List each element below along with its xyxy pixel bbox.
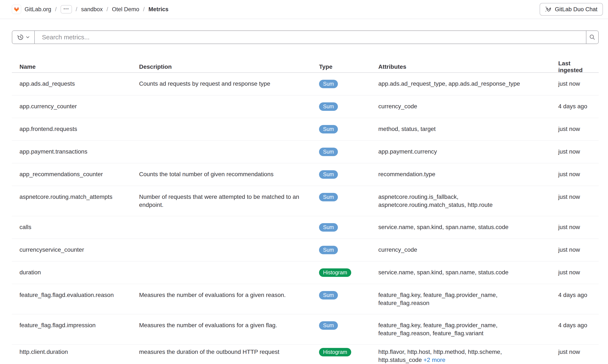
metric-row[interactable]: feature_flag.flagd.evaluation.reasonMeas…: [12, 284, 599, 314]
column-header-attributes: Attributes: [371, 64, 551, 70]
column-header-name: Name: [12, 64, 132, 70]
metrics-search-bar: [12, 30, 599, 44]
search-submit-button[interactable]: [586, 31, 598, 44]
metric-row[interactable]: http.client.durationmeasures the duratio…: [12, 345, 599, 364]
metric-type-badge: Sum: [319, 321, 338, 330]
breadcrumb-group-label: GitLab.org: [25, 6, 51, 13]
metric-description: measures the duration of the outbound HT…: [132, 345, 311, 363]
gitlab-duo-chat-button[interactable]: GitLab Duo Chat: [540, 3, 603, 16]
metric-last-ingested: 4 days ago: [551, 95, 599, 117]
metric-type-badge: Sum: [319, 125, 338, 133]
metric-name: feature_flag.flagd.impression: [12, 314, 132, 336]
metric-type-cell: Histogram: [311, 261, 371, 284]
metric-last-ingested: just now: [551, 118, 599, 140]
metric-description: [132, 261, 311, 275]
metric-last-ingested: just now: [551, 163, 599, 185]
metric-description: [132, 95, 311, 109]
metric-attributes: feature_flag.key, feature_flag.provider_…: [378, 322, 498, 337]
metric-type-badge: Histogram: [319, 268, 351, 277]
metric-description: Counts the total number of given recomme…: [132, 163, 311, 185]
metric-description: [132, 141, 311, 155]
breadcrumb-item-otel-demo[interactable]: Otel Demo: [112, 6, 139, 13]
column-header-description: Description: [132, 64, 311, 70]
metric-last-ingested: just now: [551, 73, 599, 95]
metric-row[interactable]: app.currency_counterSumcurrency_code4 da…: [12, 95, 599, 118]
metrics-table-body: app.ads.ad_requestsCounts ad requests by…: [12, 73, 599, 364]
metric-attributes: currency_code: [378, 247, 417, 253]
metric-type-cell: Histogram: [311, 345, 371, 363]
metric-type-badge: Sum: [319, 170, 338, 179]
metric-attributes: service.name, span.kind, span.name, stat…: [378, 224, 509, 230]
metric-attributes: service.name, span.kind, span.name, stat…: [378, 269, 509, 276]
gitlab-tanuki-logo-icon: [12, 5, 21, 14]
metric-row[interactable]: app.ads.ad_requestsCounts ad requests by…: [12, 73, 599, 95]
metric-name: app.payment.transactions: [12, 141, 132, 163]
metric-type-cell: Sum: [311, 216, 371, 239]
search-icon: [589, 34, 595, 40]
breadcrumb-separator: /: [76, 6, 78, 13]
metric-row[interactable]: feature_flag.flagd.impressionMeasures th…: [12, 314, 599, 345]
metric-description: Counts ad requests by request and respon…: [132, 73, 311, 95]
metric-description: [132, 118, 311, 132]
metric-description: [132, 239, 311, 253]
metric-type-cell: Sum: [311, 239, 371, 261]
metrics-table-header: Name Description Type Attributes Last in…: [12, 60, 599, 73]
metric-last-ingested: just now: [551, 216, 599, 238]
metric-attributes: method, status, target: [378, 126, 436, 132]
metric-row[interactable]: callsSumservice.name, span.kind, span.na…: [12, 216, 599, 239]
metric-row[interactable]: app.frontend.requestsSummethod, status, …: [12, 118, 599, 141]
breadcrumb-separator: /: [143, 6, 145, 13]
metric-description: Number of requests that were attempted t…: [132, 186, 311, 216]
metric-attributes-cell: app.ads.ad_request_type, app.ads.ad_resp…: [371, 73, 551, 95]
metric-row[interactable]: aspnetcore.routing.match_attemptsNumber …: [12, 186, 599, 216]
metric-last-ingested: 4 days ago: [551, 314, 599, 336]
metric-name: http.client.duration: [12, 345, 132, 363]
breadcrumb-group-link[interactable]: GitLab.org: [12, 5, 51, 14]
metric-attributes-cell: method, status, target: [371, 118, 551, 140]
tanuki-ai-icon: [545, 6, 552, 13]
breadcrumb-separator: /: [55, 6, 57, 13]
metric-attributes-cell: recommendation.type: [371, 163, 551, 185]
breadcrumb-ellipsis-button[interactable]: •••: [61, 5, 72, 13]
metric-type-badge: Sum: [319, 223, 338, 232]
breadcrumb-separator: /: [107, 6, 108, 13]
metric-description: [132, 216, 311, 230]
metric-name: currencyservice_counter: [12, 239, 132, 261]
metrics-table: Name Description Type Attributes Last in…: [12, 60, 599, 364]
metric-attributes: app.ads.ad_request_type, app.ads.ad_resp…: [378, 80, 520, 87]
metric-row[interactable]: currencyservice_counterSumcurrency_codej…: [12, 239, 599, 261]
search-input[interactable]: [35, 31, 586, 44]
metric-type-badge: Sum: [319, 246, 338, 254]
metric-last-ingested: just now: [551, 141, 599, 163]
metric-type-cell: Sum: [311, 118, 371, 141]
history-icon: [17, 34, 24, 41]
breadcrumb-current-page: Metrics: [149, 6, 169, 13]
metric-name: app.ads.ad_requests: [12, 73, 132, 95]
metric-type-cell: Sum: [311, 163, 371, 186]
metric-name: app_recommendations_counter: [12, 163, 132, 185]
column-header-last-ingested: Last ingested: [551, 60, 599, 74]
metric-row[interactable]: app.payment.transactionsSumapp.payment.c…: [12, 141, 599, 163]
metric-last-ingested: 4 days ago: [551, 284, 599, 306]
metric-attributes-cell: currency_code: [371, 239, 551, 261]
metric-type-badge: Histogram: [319, 348, 351, 356]
metric-type-badge: Sum: [319, 148, 338, 156]
metric-name: app.currency_counter: [12, 95, 132, 117]
metric-type-badge: Sum: [319, 193, 338, 201]
metric-type-badge: Sum: [319, 102, 338, 111]
chevron-down-icon: [26, 36, 29, 39]
column-header-type: Type: [311, 64, 371, 70]
metric-type-cell: Sum: [311, 73, 371, 95]
search-history-dropdown-button[interactable]: [12, 31, 35, 44]
attributes-more-link[interactable]: +2 more: [423, 357, 446, 363]
metric-attributes-cell: aspnetcore.routing.is_fallback, aspnetco…: [371, 186, 551, 216]
metric-attributes: recommendation.type: [378, 171, 435, 177]
metric-name: calls: [12, 216, 132, 238]
metric-name: duration: [12, 261, 132, 283]
metric-last-ingested: just now: [551, 345, 599, 363]
metric-type-badge: Sum: [319, 80, 338, 88]
metric-row[interactable]: app_recommendations_counterCounts the to…: [12, 163, 599, 186]
metric-attributes: app.payment.currency: [378, 148, 437, 155]
breadcrumb-item-sandbox[interactable]: sandbox: [81, 6, 103, 13]
metric-row[interactable]: durationHistogramservice.name, span.kind…: [12, 261, 599, 284]
